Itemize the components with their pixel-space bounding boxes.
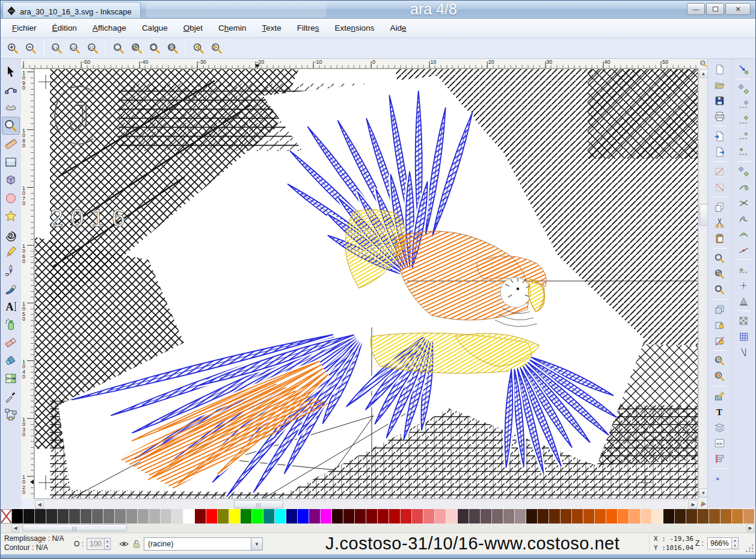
- zoom-1-1-button[interactable]: 1:1: [48, 40, 65, 57]
- palette-swatch[interactable]: [515, 509, 526, 523]
- palette-swatch[interactable]: [572, 509, 583, 523]
- scroll-up-arrow[interactable]: ▲: [699, 69, 708, 78]
- palette-swatch[interactable]: [103, 509, 115, 523]
- cut-button[interactable]: [711, 215, 728, 230]
- zoom-selection-button[interactable]: [711, 251, 728, 265]
- palette-swatch[interactable]: [469, 509, 481, 523]
- palette-scrollbar[interactable]: ◀ ||| ▶: [1, 523, 755, 533]
- copy-button[interactable]: [711, 200, 728, 214]
- zoom-in-button[interactable]: [4, 40, 21, 57]
- snap-object-centers-button[interactable]: [736, 262, 752, 277]
- palette-swatch[interactable]: [606, 509, 618, 523]
- zoom-selection-button[interactable]: [110, 40, 127, 57]
- layer-selector[interactable]: (racine) ▼: [144, 537, 263, 551]
- new-document-button[interactable]: [711, 62, 728, 76]
- palette-scroll-right-arrow[interactable]: ▶: [746, 524, 754, 532]
- close-button[interactable]: ✕: [725, 3, 751, 15]
- save-button[interactable]: [711, 93, 728, 108]
- palette-swatch[interactable]: [663, 509, 675, 523]
- tool-connector[interactable]: [2, 406, 20, 424]
- snap-line-midpoints-button[interactable]: [736, 242, 752, 257]
- palette-swatch[interactable]: [321, 509, 332, 523]
- unlink-clone-button[interactable]: [711, 333, 728, 348]
- scroll-left-arrow[interactable]: ◀: [35, 500, 44, 509]
- palette-swatch[interactable]: [583, 509, 595, 523]
- zoom-spinbox[interactable]: 966% ▲▼: [707, 537, 739, 549]
- palette-swatch[interactable]: [343, 509, 355, 523]
- tool-ellipse[interactable]: [2, 189, 20, 207]
- palette-swatch[interactable]: [263, 509, 275, 523]
- palette-swatch[interactable]: [732, 509, 743, 523]
- snap-bbox-edges-button[interactable]: [736, 97, 752, 112]
- palette-swatch[interactable]: [423, 509, 435, 523]
- palette-swatch[interactable]: [698, 509, 709, 523]
- snap-cusp-nodes-button[interactable]: [736, 211, 752, 226]
- palette-swatch[interactable]: [721, 509, 732, 523]
- scroll-down-arrow[interactable]: ▼: [699, 489, 708, 498]
- palette-swatch[interactable]: [378, 509, 389, 523]
- palette-swatch[interactable]: [595, 509, 606, 523]
- palette-swatch[interactable]: [458, 509, 469, 523]
- tool-calligraphy[interactable]: [2, 279, 20, 297]
- zoom-page-button[interactable]: [711, 282, 728, 297]
- palette-scroll-left-arrow[interactable]: ◀: [11, 524, 19, 532]
- palette-swatch[interactable]: [743, 509, 755, 523]
- snap-bbox-edge-midpoints-button[interactable]: [736, 129, 752, 143]
- horizontal-scrollbar[interactable]: ◀ ||| ▶: [34, 499, 698, 509]
- palette-swatch[interactable]: [206, 509, 218, 523]
- snap-grids-button[interactable]: [736, 329, 752, 344]
- palette-swatch[interactable]: [218, 509, 229, 523]
- palette-swatch[interactable]: [332, 509, 343, 523]
- overflow-button[interactable]: »: [711, 471, 728, 486]
- zoom-out-button[interactable]: [22, 40, 39, 57]
- snap-text-baseline-button[interactable]: [736, 294, 752, 308]
- layer-dropdown-arrow-icon[interactable]: ▼: [251, 538, 262, 550]
- zoom-drawing-button[interactable]: [128, 40, 145, 57]
- zoom-drawing-button[interactable]: [711, 267, 728, 281]
- menu-item-chemin[interactable]: Chemin: [211, 20, 254, 36]
- undo-disabled-button[interactable]: [711, 164, 728, 179]
- palette-swatch[interactable]: [183, 509, 195, 523]
- palette-swatch[interactable]: [435, 509, 446, 523]
- menu-item-edition[interactable]: Édition: [45, 20, 85, 36]
- palette-swatch[interactable]: [503, 509, 515, 523]
- palette-swatch[interactable]: [252, 509, 263, 523]
- tool-text[interactable]: A: [2, 297, 20, 315]
- palette-swatch[interactable]: [686, 509, 698, 523]
- palette-swatch[interactable]: [412, 509, 423, 523]
- palette-swatch[interactable]: [709, 509, 721, 523]
- layer-lock-icon[interactable]: [131, 539, 142, 549]
- palette-swatch[interactable]: [138, 509, 149, 523]
- tool-measure[interactable]: [2, 135, 20, 153]
- menu-item-objet[interactable]: Objet: [176, 20, 211, 36]
- snap-bbox-corners-button[interactable]: [736, 113, 752, 128]
- tool-paint-bucket[interactable]: [2, 351, 20, 369]
- palette-swatch-none[interactable]: [1, 509, 12, 523]
- palette-swatch[interactable]: [58, 509, 69, 523]
- duplicate-button[interactable]: [711, 302, 728, 317]
- palette-swatch[interactable]: [195, 509, 206, 523]
- find-replace-button[interactable]: [711, 353, 728, 368]
- palette-swatch[interactable]: [355, 509, 366, 523]
- title-bar[interactable]: ara_30_10_16_3.svg - Inkscape ara 4/8 — …: [1, 1, 755, 19]
- palette-swatch[interactable]: [241, 509, 252, 523]
- horizontal-scroll-thumb[interactable]: |||: [234, 500, 283, 508]
- palette-swatch[interactable]: [275, 509, 286, 523]
- palette-swatch[interactable]: [492, 509, 503, 523]
- palette-swatch[interactable]: [35, 509, 46, 523]
- opacity-spin-arrows[interactable]: ▲▼: [104, 539, 110, 549]
- zoom-spin-arrows[interactable]: ▲▼: [731, 538, 738, 549]
- palette-swatch[interactable]: [549, 509, 561, 523]
- tool-box-3d[interactable]: [2, 171, 20, 189]
- tool-rectangle[interactable]: [2, 153, 20, 171]
- snap-bbox-button[interactable]: [736, 82, 752, 96]
- layers-dialog-button[interactable]: [711, 420, 728, 434]
- palette-swatch[interactable]: [69, 509, 81, 523]
- text-dialog-button[interactable]: T: [711, 404, 728, 419]
- import-button[interactable]: [711, 129, 728, 143]
- menu-item-filtres[interactable]: Filtres: [289, 20, 327, 36]
- palette-swatch[interactable]: [401, 509, 412, 523]
- menu-item-aide[interactable]: Aide: [383, 20, 414, 36]
- resize-grip[interactable]: [746, 545, 754, 553]
- tool-dropper[interactable]: [2, 388, 20, 406]
